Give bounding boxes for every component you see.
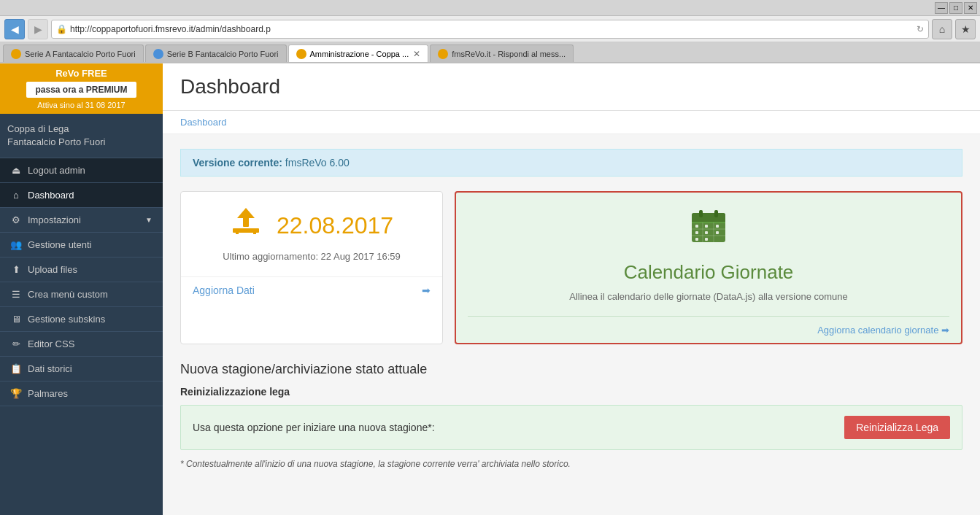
- svg-rect-4: [253, 231, 256, 234]
- svg-rect-13: [699, 210, 703, 217]
- maximize-btn[interactable]: □: [949, 2, 962, 14]
- history-icon: 📋: [10, 363, 22, 374]
- app-layout: ReVo FREE passa ora a PREMIUM Attiva sin…: [0, 63, 980, 515]
- svg-rect-7: [692, 220, 725, 222]
- sidebar-item-upload-files[interactable]: ⬆ Upload files: [0, 258, 163, 282]
- trophy-icon: 🏆: [10, 388, 22, 399]
- tab-favicon-4: [438, 49, 448, 59]
- svg-rect-18: [695, 231, 698, 234]
- sidebar-item-crea-menu[interactable]: ☰ Crea menù custom: [0, 282, 163, 307]
- sidebar-item-label: Palmares: [28, 388, 68, 399]
- browser-chrome: — □ ✕ ◀ ▶ 🔒 http://coppaportofuori.fmsre…: [0, 0, 980, 63]
- sidebar-item-impostazioni[interactable]: ⚙ Impostazioni ▼: [0, 208, 163, 233]
- close-btn[interactable]: ✕: [964, 2, 977, 14]
- update-card-top: 22.08.2017: [230, 206, 393, 245]
- sidebar-item-dati-storici[interactable]: 📋 Dati storici: [0, 357, 163, 382]
- tab-serie-a[interactable]: Serie A Fantacalcio Porto Fuori: [3, 44, 144, 62]
- tab-amministrazione[interactable]: Amministrazione - Coppa ... ✕: [288, 44, 429, 62]
- star-button[interactable]: ★: [955, 19, 976, 39]
- sidebar-item-dashboard[interactable]: ⌂ Dashboard: [0, 183, 163, 208]
- update-card-footer: Aggiorna Dati ➡: [181, 276, 442, 303]
- aggiorna-dati-link[interactable]: Aggiorna Dati: [193, 284, 255, 296]
- arrow-right-icon: ➡: [941, 325, 949, 336]
- sidebar-item-palmares[interactable]: 🏆 Palmares: [0, 382, 163, 406]
- upload-arrow-icon: [230, 206, 262, 245]
- update-card-body: 22.08.2017 Ultimo aggiornamento: 22 Aug …: [181, 192, 442, 276]
- breadcrumb-link[interactable]: Dashboard: [180, 117, 227, 128]
- reinit-note: * Contestualmente all'inizio di una nuov…: [180, 459, 962, 469]
- sidebar-item-label: Crea menù custom: [28, 289, 108, 300]
- reinit-subsection-title: Reinizializzazione lega: [180, 386, 962, 398]
- season-section-title: Nuova stagione/archiviazione stato attua…: [180, 362, 962, 377]
- back-button[interactable]: ◀: [4, 19, 25, 39]
- update-card: 22.08.2017 Ultimo aggiornamento: 22 Aug …: [180, 191, 443, 344]
- reinit-info-text: Usa questa opzione per iniziare una nuov…: [193, 422, 435, 433]
- chevron-down-icon: ▼: [145, 216, 153, 224]
- arrow-right-icon: ➡: [422, 284, 431, 296]
- tab-serie-b[interactable]: Serie B Fantacalcio Porto Fuori: [145, 44, 287, 62]
- calendar-description: Allinea il calendario delle giornate (Da…: [569, 290, 848, 304]
- upload-icon: ⬆: [10, 264, 22, 275]
- svg-rect-19: [705, 231, 708, 234]
- sidebar-item-gestione-utenti[interactable]: 👥 Gestione utenti: [0, 233, 163, 258]
- svg-rect-22: [705, 238, 708, 241]
- lock-icon: 🔒: [56, 24, 67, 34]
- calendar-icon: [689, 207, 728, 255]
- version-label: Versione corrente:: [193, 157, 282, 169]
- menu-icon: ☰: [10, 289, 22, 300]
- page-header: Dashboard: [163, 63, 980, 111]
- sidebar-item-label: Editor CSS: [28, 338, 74, 349]
- svg-rect-16: [705, 225, 708, 228]
- calendar-footer: Aggiorna calendario giornate ➡: [468, 316, 949, 343]
- reinit-lega-button[interactable]: Reinizializza Lega: [844, 416, 950, 439]
- dashboard-icon: ⌂: [10, 190, 22, 201]
- page-title: Dashboard: [180, 75, 962, 98]
- sidebar-item-label: Gestione subskins: [28, 314, 105, 325]
- tab-close-icon[interactable]: ✕: [413, 49, 420, 59]
- tab-fmsrevo[interactable]: fmsReVo.it - Rispondi al mess...: [430, 44, 574, 62]
- sidebar-item-label: Impostazioni: [28, 214, 81, 225]
- calendar-card: Calendario Giornate Allinea il calendari…: [455, 191, 962, 344]
- premium-button[interactable]: passa ora a PREMIUM: [26, 82, 136, 98]
- svg-rect-15: [695, 225, 698, 228]
- logout-icon: ⏏: [10, 165, 22, 176]
- reinit-box: Usa questa opzione per iniziare una nuov…: [180, 405, 962, 450]
- edit-icon: ✏: [10, 338, 22, 349]
- sidebar-promo: ReVo FREE passa ora a PREMIUM Attiva sin…: [0, 63, 163, 114]
- sidebar-item-label: Gestione utenti: [28, 239, 91, 250]
- update-subtitle: Ultimo aggiornamento: 22 Aug 2017 16:59: [223, 251, 401, 262]
- sidebar-item-label: Dashboard: [28, 190, 74, 201]
- sidebar-item-label: Upload files: [28, 264, 77, 275]
- calendar-title: Calendario Giornate: [624, 261, 794, 284]
- sidebar-item-label: Dati storici: [28, 363, 72, 374]
- promo-validity: Attiva sino al 31 08 2017: [6, 101, 157, 109]
- sidebar-item-editor-css[interactable]: ✏ Editor CSS: [0, 332, 163, 357]
- content-area: Versione corrente: fmsReVo 6.00: [163, 134, 980, 484]
- users-icon: 👥: [10, 239, 22, 250]
- home-button[interactable]: ⌂: [932, 19, 952, 39]
- browser-tabs: Serie A Fantacalcio Porto Fuori Serie B …: [0, 42, 980, 63]
- sidebar-item-logout[interactable]: ⏏ Logout admin: [0, 158, 163, 183]
- minimize-btn[interactable]: —: [935, 2, 948, 14]
- svg-rect-14: [714, 210, 718, 217]
- settings-icon: ⚙: [10, 214, 22, 225]
- address-bar[interactable]: 🔒 http://coppaportofuori.fmsrevo.it/admi…: [51, 20, 929, 39]
- update-date: 22.08.2017: [277, 212, 393, 239]
- sidebar-item-gestione-subskins[interactable]: 🖥 Gestione subskins: [0, 307, 163, 332]
- tab-favicon-2: [153, 49, 163, 59]
- sidebar-league-name: Coppa di LegaFantacalcio Porto Fuori: [0, 114, 163, 158]
- season-section: Nuova stagione/archiviazione stato attua…: [180, 362, 962, 469]
- svg-rect-17: [716, 225, 719, 228]
- breadcrumb: Dashboard: [163, 111, 980, 134]
- monitor-icon: 🖥: [10, 314, 22, 325]
- refresh-icon[interactable]: ↻: [917, 24, 924, 34]
- aggiorna-calendario-link[interactable]: Aggiorna calendario giornate ➡: [817, 325, 949, 336]
- main-content: Dashboard Dashboard Versione corrente: f…: [163, 63, 980, 515]
- browser-titlebar: — □ ✕: [0, 0, 980, 16]
- svg-rect-21: [695, 238, 698, 241]
- svg-rect-3: [236, 231, 239, 234]
- sidebar: ReVo FREE passa ora a PREMIUM Attiva sin…: [0, 63, 163, 515]
- forward-button[interactable]: ▶: [28, 19, 48, 39]
- address-text: http://coppaportofuori.fmsrevo.it/admin/…: [70, 24, 914, 34]
- svg-marker-2: [237, 208, 255, 218]
